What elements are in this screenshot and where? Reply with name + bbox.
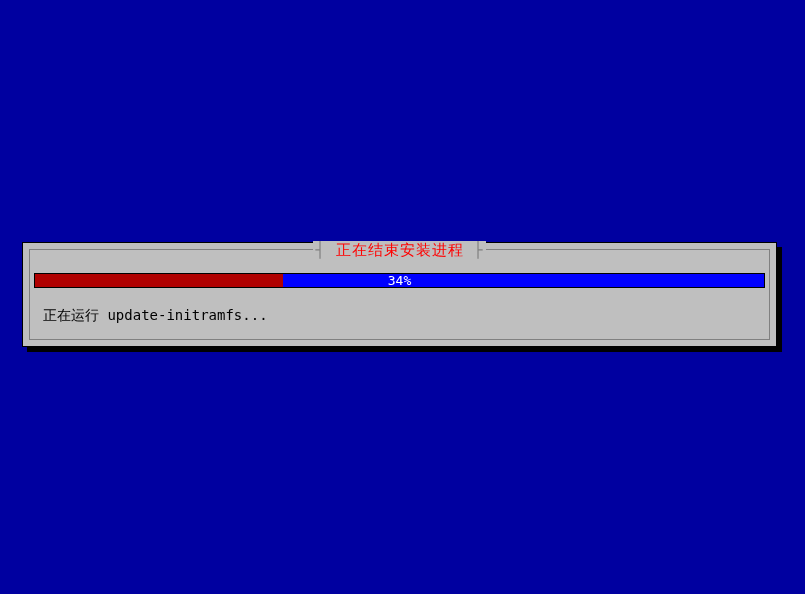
progress-percent-text: 34% [35, 274, 764, 287]
status-text: 正在运行 update-initramfs... [43, 307, 268, 325]
installer-dialog: ┤ 正在结束安装进程 ├ 34% 正在运行 update-initramfs..… [22, 242, 777, 347]
dialog-title: ┤ 正在结束安装进程 ├ [313, 241, 485, 260]
dialog-border: ┤ 正在结束安装进程 ├ [29, 249, 770, 340]
dialog-title-wrapper: ┤ 正在结束安装进程 ├ [30, 241, 769, 260]
progress-bar: 34% [34, 273, 765, 288]
